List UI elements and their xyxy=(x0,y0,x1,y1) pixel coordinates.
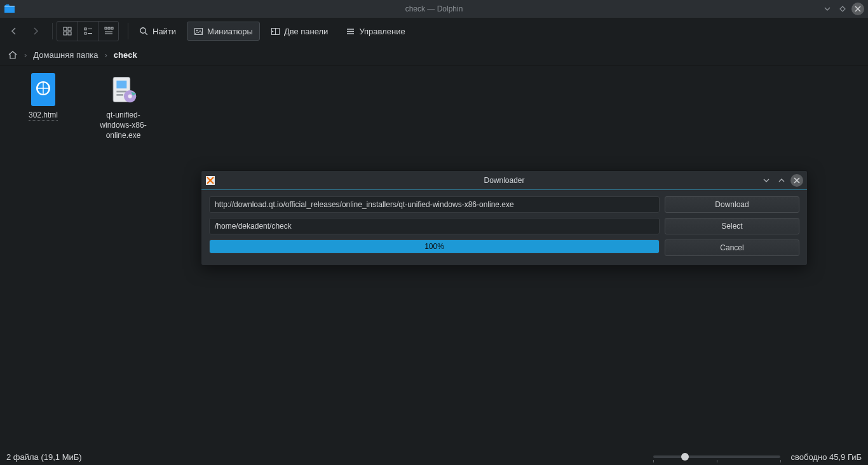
url-input[interactable] xyxy=(209,196,660,213)
svg-rect-1 xyxy=(68,27,71,30)
svg-rect-7 xyxy=(108,27,110,29)
file-name: 302.html xyxy=(29,110,58,121)
zoom-slider[interactable] xyxy=(653,455,780,458)
svg-rect-17 xyxy=(116,81,126,88)
find-label: Найти xyxy=(153,27,176,36)
html-file-icon xyxy=(29,72,58,107)
svg-rect-19 xyxy=(116,94,123,96)
split-icon xyxy=(271,27,280,36)
breadcrumb-current[interactable]: check xyxy=(114,50,137,60)
zoom-thumb[interactable] xyxy=(681,453,689,461)
view-details-button[interactable] xyxy=(98,22,118,41)
file-name: qt-unified-windows-x86-online.exe xyxy=(92,110,155,141)
dialog-minimize-button[interactable] xyxy=(760,174,773,187)
back-button[interactable] xyxy=(5,22,23,40)
status-bar: 2 файла (19,1 МиБ) свободно 45,9 ГиБ xyxy=(0,448,868,465)
home-icon[interactable] xyxy=(8,50,18,60)
window-minimize-button[interactable] xyxy=(821,3,834,15)
window-title: check — Dolphin xyxy=(0,4,868,13)
forward-button[interactable] xyxy=(27,22,44,40)
downloader-dialog: Downloader Download Select 100% Cancel xyxy=(201,170,808,266)
view-mode-group xyxy=(57,21,119,41)
toolbar: Найти Миниатюры Две панели Управление xyxy=(0,18,868,44)
svg-rect-5 xyxy=(85,32,86,34)
image-icon xyxy=(194,27,203,36)
svg-point-9 xyxy=(140,27,146,32)
cancel-button[interactable]: Cancel xyxy=(665,239,799,256)
window-maximize-button[interactable] xyxy=(836,3,849,15)
file-item[interactable]: qt-unified-windows-x86-online.exe xyxy=(92,72,155,141)
find-button[interactable]: Найти xyxy=(132,22,183,41)
svg-rect-3 xyxy=(68,32,71,35)
dialog-maximize-button[interactable] xyxy=(775,174,788,187)
split-label: Две панели xyxy=(284,27,329,36)
status-right: свободно 45,9 ГиБ xyxy=(790,452,862,462)
exe-file-icon xyxy=(109,72,138,107)
toolbar-separator xyxy=(128,23,128,39)
progress-bar: 100% xyxy=(209,239,660,253)
svg-point-11 xyxy=(196,29,198,30)
svg-rect-2 xyxy=(64,32,67,35)
breadcrumb-separator: › xyxy=(105,50,107,60)
breadcrumb-separator: › xyxy=(24,50,27,60)
svg-rect-10 xyxy=(195,28,203,34)
search-icon xyxy=(139,27,149,36)
status-left: 2 файла (19,1 МиБ) xyxy=(6,452,82,462)
view-compact-button[interactable] xyxy=(78,22,98,41)
svg-point-21 xyxy=(128,95,132,98)
control-button[interactable]: Управление xyxy=(339,22,412,41)
window-titlebar: check — Dolphin xyxy=(0,0,868,18)
breadcrumb: › Домашняя папка › check xyxy=(0,44,868,65)
svg-rect-18 xyxy=(116,91,126,93)
svg-rect-6 xyxy=(105,27,107,29)
control-label: Управление xyxy=(359,27,405,36)
path-input[interactable] xyxy=(209,218,660,234)
progress-label: 100% xyxy=(210,240,659,253)
window-close-button[interactable] xyxy=(851,3,864,15)
select-button[interactable]: Select xyxy=(665,218,799,234)
hamburger-icon xyxy=(346,27,355,36)
download-button[interactable]: Download xyxy=(665,196,799,213)
svg-rect-8 xyxy=(111,27,113,29)
app-icon xyxy=(4,3,15,15)
dialog-close-button[interactable] xyxy=(790,174,803,187)
svg-rect-4 xyxy=(85,28,86,30)
svg-rect-0 xyxy=(64,27,67,30)
preview-label: Миниатюры xyxy=(207,27,253,36)
view-icons-button[interactable] xyxy=(57,22,78,41)
breadcrumb-home[interactable]: Домашняя папка xyxy=(33,50,98,60)
toolbar-separator xyxy=(52,23,53,39)
file-item[interactable]: 302.html xyxy=(11,72,75,121)
dialog-title: Downloader xyxy=(201,176,807,185)
split-button[interactable]: Две панели xyxy=(264,22,336,41)
preview-button[interactable]: Миниатюры xyxy=(187,22,260,41)
dialog-titlebar[interactable]: Downloader xyxy=(201,171,807,190)
